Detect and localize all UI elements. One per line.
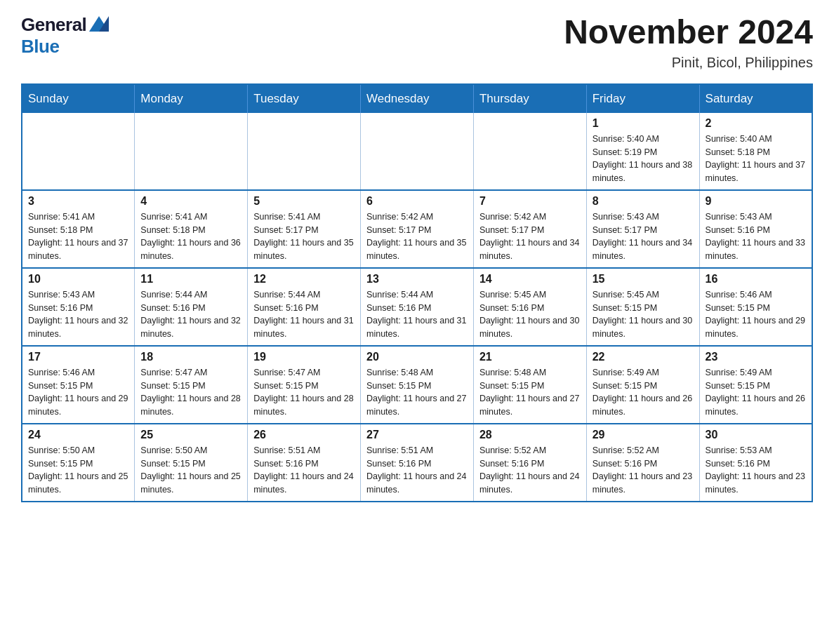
day-info: Sunrise: 5:41 AMSunset: 5:18 PMDaylight:… — [140, 210, 241, 263]
table-row: 6Sunrise: 5:42 AMSunset: 5:17 PMDaylight… — [361, 190, 474, 268]
col-sunday: Sunday — [22, 84, 135, 113]
day-info: Sunrise: 5:42 AMSunset: 5:17 PMDaylight:… — [366, 210, 468, 263]
day-info: Sunrise: 5:44 AMSunset: 5:16 PMDaylight:… — [253, 288, 355, 341]
day-number: 14 — [479, 273, 581, 286]
subtitle: Pinit, Bicol, Philippines — [564, 55, 813, 71]
table-row: 2Sunrise: 5:40 AMSunset: 5:18 PMDaylight… — [699, 113, 812, 190]
day-info: Sunrise: 5:48 AMSunset: 5:15 PMDaylight:… — [366, 366, 468, 419]
day-info: Sunrise: 5:45 AMSunset: 5:15 PMDaylight:… — [593, 288, 694, 341]
logo: General Blue — [21, 14, 109, 58]
table-row: 27Sunrise: 5:51 AMSunset: 5:16 PMDayligh… — [361, 424, 474, 502]
day-number: 2 — [706, 117, 806, 130]
day-info: Sunrise: 5:51 AMSunset: 5:16 PMDaylight:… — [253, 444, 355, 497]
table-row: 19Sunrise: 5:47 AMSunset: 5:15 PMDayligh… — [248, 346, 361, 424]
day-number: 12 — [253, 273, 355, 286]
calendar-table: Sunday Monday Tuesday Wednesday Thursday… — [21, 83, 813, 502]
table-row: 1Sunrise: 5:40 AMSunset: 5:19 PMDaylight… — [586, 113, 699, 190]
table-row: 15Sunrise: 5:45 AMSunset: 5:15 PMDayligh… — [586, 268, 699, 346]
logo-blue-text: Blue — [21, 36, 59, 58]
day-number: 3 — [28, 195, 128, 208]
day-info: Sunrise: 5:41 AMSunset: 5:17 PMDaylight:… — [253, 210, 355, 263]
table-row: 11Sunrise: 5:44 AMSunset: 5:16 PMDayligh… — [135, 268, 248, 346]
table-row — [473, 113, 586, 190]
day-number: 23 — [706, 351, 806, 363]
table-row: 5Sunrise: 5:41 AMSunset: 5:17 PMDaylight… — [248, 190, 361, 268]
day-info: Sunrise: 5:42 AMSunset: 5:17 PMDaylight:… — [479, 210, 581, 263]
logo-triangle-icon — [89, 16, 109, 32]
table-row: 16Sunrise: 5:46 AMSunset: 5:15 PMDayligh… — [699, 268, 812, 346]
table-row — [135, 113, 248, 190]
table-row: 10Sunrise: 5:43 AMSunset: 5:16 PMDayligh… — [22, 268, 135, 346]
day-info: Sunrise: 5:48 AMSunset: 5:15 PMDaylight:… — [479, 366, 581, 419]
col-saturday: Saturday — [699, 84, 812, 113]
day-number: 9 — [706, 195, 806, 208]
day-info: Sunrise: 5:44 AMSunset: 5:16 PMDaylight:… — [140, 288, 241, 341]
calendar-week-row: 1Sunrise: 5:40 AMSunset: 5:19 PMDaylight… — [22, 113, 812, 190]
calendar-week-row: 3Sunrise: 5:41 AMSunset: 5:18 PMDaylight… — [22, 190, 812, 268]
table-row: 25Sunrise: 5:50 AMSunset: 5:15 PMDayligh… — [135, 424, 248, 502]
col-monday: Monday — [135, 84, 248, 113]
logo-general-text: General — [21, 14, 86, 36]
title-area: November 2024 Pinit, Bicol, Philippines — [564, 14, 813, 71]
day-number: 11 — [140, 273, 241, 286]
table-row: 4Sunrise: 5:41 AMSunset: 5:18 PMDaylight… — [135, 190, 248, 268]
day-info: Sunrise: 5:40 AMSunset: 5:18 PMDaylight:… — [706, 133, 806, 185]
table-row: 7Sunrise: 5:42 AMSunset: 5:17 PMDaylight… — [473, 190, 586, 268]
day-number: 20 — [366, 351, 468, 363]
table-row — [248, 113, 361, 190]
main-title: November 2024 — [564, 14, 813, 51]
day-number: 8 — [593, 195, 694, 208]
day-number: 21 — [479, 351, 581, 363]
table-row: 9Sunrise: 5:43 AMSunset: 5:16 PMDaylight… — [699, 190, 812, 268]
table-row: 18Sunrise: 5:47 AMSunset: 5:15 PMDayligh… — [135, 346, 248, 424]
col-thursday: Thursday — [473, 84, 586, 113]
day-info: Sunrise: 5:47 AMSunset: 5:15 PMDaylight:… — [140, 366, 241, 419]
day-number: 28 — [479, 429, 581, 441]
calendar-header-row: Sunday Monday Tuesday Wednesday Thursday… — [22, 84, 812, 113]
table-row: 21Sunrise: 5:48 AMSunset: 5:15 PMDayligh… — [473, 346, 586, 424]
day-number: 5 — [253, 195, 355, 208]
day-info: Sunrise: 5:45 AMSunset: 5:16 PMDaylight:… — [479, 288, 581, 341]
header: General Blue November 2024 Pinit, Bicol,… — [21, 14, 813, 71]
day-info: Sunrise: 5:52 AMSunset: 5:16 PMDaylight:… — [479, 444, 581, 497]
table-row: 24Sunrise: 5:50 AMSunset: 5:15 PMDayligh… — [22, 424, 135, 502]
table-row: 14Sunrise: 5:45 AMSunset: 5:16 PMDayligh… — [473, 268, 586, 346]
day-info: Sunrise: 5:49 AMSunset: 5:15 PMDaylight:… — [706, 366, 806, 419]
day-info: Sunrise: 5:46 AMSunset: 5:15 PMDaylight:… — [706, 288, 806, 341]
day-number: 29 — [593, 429, 694, 441]
calendar-week-row: 17Sunrise: 5:46 AMSunset: 5:15 PMDayligh… — [22, 346, 812, 424]
day-info: Sunrise: 5:43 AMSunset: 5:16 PMDaylight:… — [706, 210, 806, 263]
day-info: Sunrise: 5:50 AMSunset: 5:15 PMDaylight:… — [140, 444, 241, 497]
day-info: Sunrise: 5:43 AMSunset: 5:17 PMDaylight:… — [593, 210, 694, 263]
table-row: 30Sunrise: 5:53 AMSunset: 5:16 PMDayligh… — [699, 424, 812, 502]
day-number: 25 — [140, 429, 241, 441]
table-row: 17Sunrise: 5:46 AMSunset: 5:15 PMDayligh… — [22, 346, 135, 424]
day-number: 1 — [593, 117, 694, 130]
table-row: 22Sunrise: 5:49 AMSunset: 5:15 PMDayligh… — [586, 346, 699, 424]
col-wednesday: Wednesday — [361, 84, 474, 113]
day-number: 27 — [366, 429, 468, 441]
day-number: 30 — [706, 429, 806, 441]
table-row: 26Sunrise: 5:51 AMSunset: 5:16 PMDayligh… — [248, 424, 361, 502]
col-friday: Friday — [586, 84, 699, 113]
table-row: 13Sunrise: 5:44 AMSunset: 5:16 PMDayligh… — [361, 268, 474, 346]
day-info: Sunrise: 5:41 AMSunset: 5:18 PMDaylight:… — [28, 210, 128, 263]
table-row: 8Sunrise: 5:43 AMSunset: 5:17 PMDaylight… — [586, 190, 699, 268]
col-tuesday: Tuesday — [248, 84, 361, 113]
day-number: 19 — [253, 351, 355, 363]
day-number: 16 — [706, 273, 806, 286]
table-row: 20Sunrise: 5:48 AMSunset: 5:15 PMDayligh… — [361, 346, 474, 424]
day-info: Sunrise: 5:43 AMSunset: 5:16 PMDaylight:… — [28, 288, 128, 341]
day-number: 17 — [28, 351, 128, 363]
table-row: 12Sunrise: 5:44 AMSunset: 5:16 PMDayligh… — [248, 268, 361, 346]
day-number: 18 — [140, 351, 241, 363]
day-number: 13 — [366, 273, 468, 286]
table-row — [361, 113, 474, 190]
day-number: 24 — [28, 429, 128, 441]
table-row: 3Sunrise: 5:41 AMSunset: 5:18 PMDaylight… — [22, 190, 135, 268]
day-info: Sunrise: 5:51 AMSunset: 5:16 PMDaylight:… — [366, 444, 468, 497]
day-number: 4 — [140, 195, 241, 208]
day-number: 22 — [593, 351, 694, 363]
table-row — [22, 113, 135, 190]
day-info: Sunrise: 5:44 AMSunset: 5:16 PMDaylight:… — [366, 288, 468, 341]
